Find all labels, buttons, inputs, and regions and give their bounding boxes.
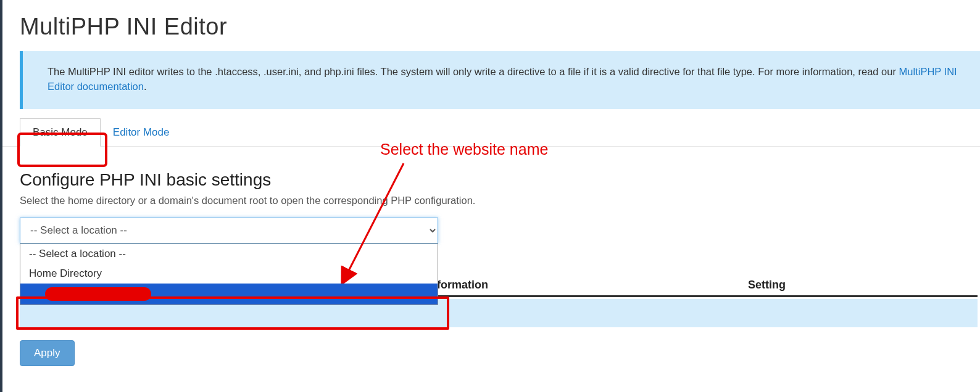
- col-header-setting: Setting: [748, 279, 978, 292]
- annotation-label: Select the website name: [380, 141, 548, 158]
- location-dropdown-list: -- Select a location -- Home Directory: [20, 243, 438, 305]
- info-text-before: The MultiPHP INI editor writes to the .h…: [48, 66, 899, 77]
- redaction-mark: [45, 287, 151, 301]
- page-title: MultiPHP INI Editor: [2, 0, 980, 51]
- section-subtitle: Select the home directory or a domain's …: [20, 195, 980, 206]
- col-header-information: Information: [427, 279, 748, 292]
- tab-editor-mode[interactable]: Editor Mode: [101, 119, 182, 146]
- section-title: Configure PHP INI basic settings: [20, 170, 980, 190]
- location-select-wrap: -- Select a location -- -- Select a loca…: [20, 218, 980, 243]
- tab-basic-mode[interactable]: Basic Mode: [20, 118, 101, 147]
- location-option-home[interactable]: Home Directory: [20, 264, 438, 284]
- location-option-selected[interactable]: [20, 284, 438, 304]
- info-text-after: .: [144, 81, 147, 92]
- apply-button[interactable]: Apply: [20, 340, 75, 366]
- info-notice: The MultiPHP INI editor writes to the .h…: [20, 51, 980, 109]
- location-option-placeholder[interactable]: -- Select a location --: [20, 244, 438, 264]
- location-select[interactable]: -- Select a location --: [20, 218, 438, 243]
